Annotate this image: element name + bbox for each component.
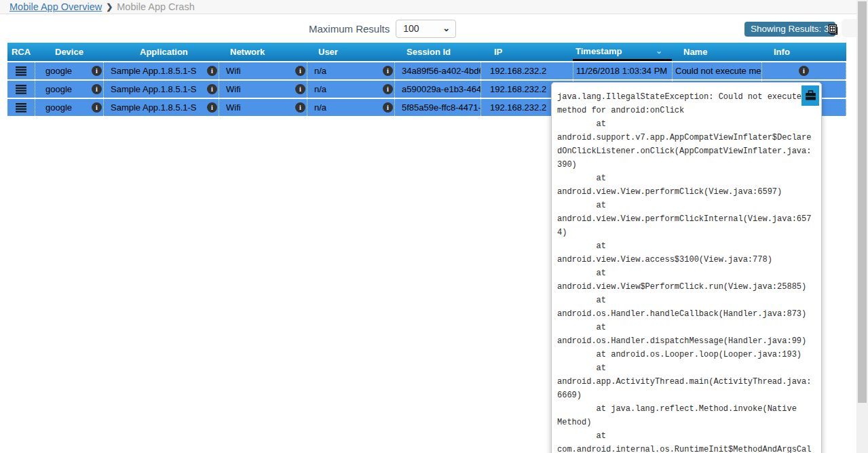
cell-user: n/a i	[307, 99, 394, 116]
column-header-session-id[interactable]: Session Id	[394, 43, 480, 61]
device-value: google	[45, 84, 92, 94]
info-icon[interactable]: i	[383, 102, 393, 113]
sort-descending-icon[interactable]: ⌄	[656, 46, 662, 56]
rca-menu-icon	[16, 66, 26, 76]
cell-session-id: 34a89f56-a402-4bd6-...	[394, 62, 480, 79]
table-row[interactable]: google i Sample App.1.8.5.1-S i Wifi i n…	[7, 62, 846, 79]
rca-menu-icon	[16, 85, 26, 94]
user-value: n/a	[314, 84, 383, 94]
column-header-rca[interactable]: RCA	[7, 43, 35, 61]
max-results-label: Maximum Results	[309, 23, 390, 35]
cell-rca[interactable]	[7, 62, 35, 79]
cell-device: google i	[35, 62, 103, 79]
table-header-row: RCA Device Application Network User Sess…	[7, 43, 846, 61]
max-results-select[interactable]: 100 ⌄	[396, 20, 456, 38]
info-icon[interactable]: i	[207, 102, 217, 113]
column-header-timestamp[interactable]: Timestamp ⌄	[573, 43, 672, 61]
cell-user: n/a i	[307, 62, 394, 79]
max-results-value: 100	[403, 23, 419, 34]
cell-application: Sample App.1.8.5.1-S i	[103, 81, 219, 98]
briefcase-icon	[805, 90, 816, 101]
column-header-timestamp-label: Timestamp	[575, 46, 622, 56]
cell-network: Wifi i	[219, 62, 307, 79]
info-icon[interactable]: i	[295, 66, 305, 76]
info-icon[interactable]: i	[92, 84, 102, 94]
collapsed-panel-tab[interactable]	[842, 19, 856, 37]
cell-device: google i	[35, 81, 103, 98]
info-icon[interactable]: i	[295, 102, 305, 113]
stack-trace-popup: java.lang.IllegalStateException: Could n…	[551, 82, 822, 453]
user-value: n/a	[314, 102, 383, 113]
chevron-right-icon: ❯	[106, 2, 113, 12]
cell-name: Could not execute me...	[672, 62, 761, 79]
vertical-scrollbar[interactable]	[856, 0, 868, 453]
cell-timestamp: 11/26/2018 1:03:34 PM	[573, 62, 672, 79]
breadcrumb: Mobile App Overview ❯ Mobile App Crash	[0, 1, 195, 12]
device-value: google	[45, 102, 92, 113]
column-header-user[interactable]: User	[307, 43, 394, 61]
info-icon[interactable]: i	[799, 66, 809, 76]
column-header-device[interactable]: Device	[35, 43, 103, 61]
scrollbar-thumb[interactable]	[858, 1, 867, 403]
cell-network: Wifi i	[219, 99, 307, 116]
info-icon[interactable]: i	[207, 84, 217, 94]
chevron-down-icon: ⌄	[442, 20, 450, 36]
breadcrumb-link-overview[interactable]: Mobile App Overview	[10, 1, 102, 12]
application-value: Sample App.1.8.5.1-S	[111, 84, 207, 94]
info-icon[interactable]: i	[383, 66, 393, 76]
stack-trace-text: java.lang.IllegalStateException: Could n…	[557, 90, 816, 453]
device-value: google	[45, 66, 92, 76]
rca-menu-icon	[16, 103, 26, 113]
network-value: Wifi	[226, 102, 295, 113]
application-value: Sample App.1.8.5.1-S	[111, 102, 207, 113]
copy-stack-trace-button[interactable]	[801, 85, 819, 106]
application-value: Sample App.1.8.5.1-S	[111, 66, 207, 76]
export-results-icon[interactable]	[827, 23, 840, 37]
network-value: Wifi	[226, 66, 295, 76]
cell-rca[interactable]	[7, 81, 35, 98]
info-icon[interactable]: i	[295, 84, 305, 94]
info-icon[interactable]: i	[92, 66, 102, 76]
network-value: Wifi	[226, 84, 295, 94]
cell-network: Wifi i	[219, 81, 307, 98]
column-header-network[interactable]: Network	[219, 43, 307, 61]
info-icon[interactable]: i	[383, 84, 393, 94]
cell-info: i	[761, 62, 846, 79]
cell-application: Sample App.1.8.5.1-S i	[103, 62, 219, 79]
breadcrumb-bar: Mobile App Overview ❯ Mobile App Crash	[0, 0, 868, 14]
cell-application: Sample App.1.8.5.1-S i	[103, 99, 219, 116]
info-icon[interactable]: i	[207, 66, 217, 76]
breadcrumb-current: Mobile App Crash	[117, 1, 194, 12]
cell-session-id: 5f85a59e-ffc8-4471-9...	[394, 99, 480, 116]
user-value: n/a	[314, 66, 383, 76]
column-header-name[interactable]: Name	[672, 43, 761, 61]
cell-ip: 192.168.232.2	[480, 62, 573, 79]
cell-session-id: a590029a-e1b3-464e...	[394, 81, 480, 98]
info-icon[interactable]: i	[92, 102, 102, 113]
cell-rca[interactable]	[7, 99, 35, 116]
max-results-control: Maximum Results 100 ⌄	[309, 19, 456, 38]
column-header-info[interactable]: Info	[761, 43, 846, 61]
cell-user: n/a i	[307, 81, 394, 98]
cell-device: google i	[35, 99, 103, 116]
showing-results-badge: Showing Results: 3	[744, 22, 835, 37]
column-header-ip[interactable]: IP	[480, 43, 573, 61]
column-header-application[interactable]: Application	[103, 43, 219, 61]
